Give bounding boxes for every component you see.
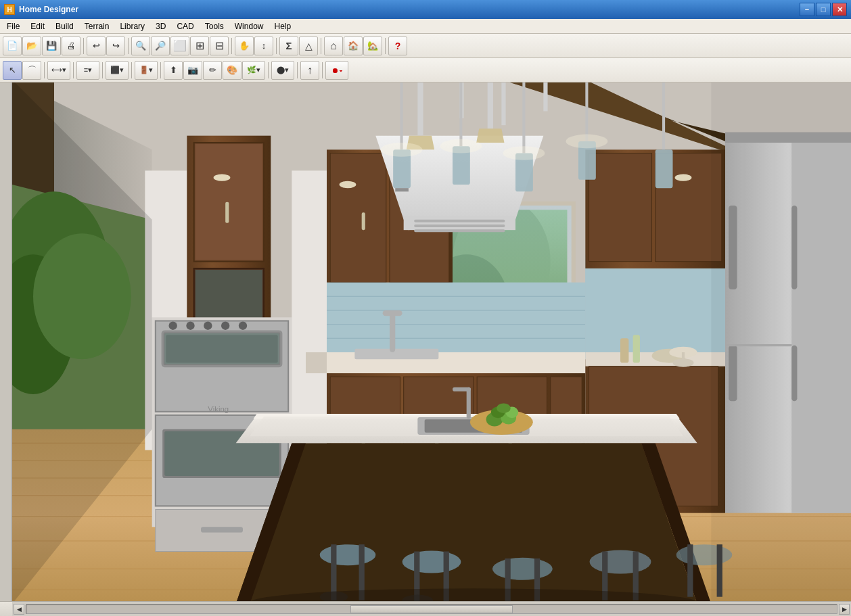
svg-marker-167 (711, 82, 851, 601)
svg-rect-92 (414, 229, 505, 232)
fit-items-button[interactable]: ⊟ (210, 37, 229, 55)
restore-button[interactable]: □ (816, 3, 831, 16)
svg-rect-151 (459, 82, 462, 146)
horizontal-scrollbar[interactable]: ◀ ▶ (12, 601, 851, 616)
layer-tool[interactable]: ≡▾ (76, 61, 99, 80)
undo-button[interactable]: ↩ (87, 37, 106, 55)
svg-point-159 (381, 143, 423, 157)
svg-rect-90 (414, 220, 505, 222)
scroll-left-arrow[interactable]: ◀ (14, 604, 24, 615)
svg-rect-123 (453, 387, 471, 392)
menu-library[interactable]: Library (114, 19, 150, 33)
menu-file[interactable]: File (1, 19, 25, 33)
close-button[interactable]: ✕ (832, 3, 847, 16)
tsep5 (160, 62, 161, 78)
svg-point-46 (239, 322, 247, 330)
zoom-out-button[interactable]: 🔎 (151, 37, 170, 55)
fit-page-button[interactable]: ⊞ (190, 37, 209, 55)
svg-text:Viking: Viking (208, 405, 229, 413)
svg-rect-82 (589, 153, 652, 262)
stair-tool[interactable]: ⬆ (164, 61, 183, 80)
menu-help[interactable]: Help (269, 19, 296, 33)
camera-tool[interactable]: 📷 (183, 61, 202, 80)
sep2 (128, 38, 129, 54)
svg-rect-93 (417, 82, 423, 136)
zoom-box-button[interactable]: ⬜ (170, 37, 189, 55)
svg-rect-79 (383, 310, 402, 316)
menu-build[interactable]: Build (50, 19, 79, 33)
zoom-in-button[interactable]: 🔍 (131, 37, 150, 55)
menu-3d[interactable]: 3D (150, 19, 171, 33)
svg-point-161 (503, 146, 545, 160)
new-button[interactable]: 📄 (3, 37, 22, 55)
svg-rect-109 (633, 335, 640, 362)
svg-rect-145 (687, 544, 693, 597)
canvas-area[interactable]: Viking (12, 82, 851, 601)
plant-tool[interactable]: 🌿▾ (242, 61, 265, 80)
room-tool[interactable]: ⬛▾ (106, 61, 129, 80)
tsep4 (131, 62, 132, 78)
menu-cad[interactable]: CAD (171, 19, 199, 33)
app-title: Home Designer (19, 5, 800, 14)
sep5 (321, 38, 321, 54)
tsep8 (322, 62, 323, 78)
menu-bar: File Edit Build Terrain Library 3D CAD T… (0, 19, 851, 34)
svg-point-113 (673, 358, 694, 366)
orbit-button[interactable]: ↕ (254, 37, 273, 55)
house2-button[interactable]: 🏡 (363, 37, 382, 55)
3d-view-button[interactable]: △ (299, 37, 318, 55)
arrow-up-button[interactable]: ↑ (300, 61, 319, 80)
help-button[interactable]: ? (388, 37, 407, 55)
svg-point-134 (402, 550, 461, 573)
minimize-button[interactable]: − (800, 3, 814, 16)
svg-rect-122 (467, 387, 471, 419)
svg-rect-56 (292, 170, 327, 450)
menu-terrain[interactable]: Terrain (79, 19, 115, 33)
door-tool[interactable]: 🚪▾ (135, 61, 158, 80)
svg-rect-108 (620, 338, 628, 362)
svg-rect-148 (400, 82, 403, 149)
arc-tool[interactable]: ⌒ (22, 61, 41, 80)
svg-point-42 (168, 322, 177, 330)
svg-point-138 (492, 558, 553, 580)
pencil-tool[interactable]: ✏ (203, 61, 222, 80)
print-button[interactable]: 🖨 (62, 37, 80, 55)
svg-rect-60 (362, 212, 365, 230)
svg-point-162 (566, 135, 607, 149)
toolbar1: 📄 📂 💾 🖨 ↩ ↪ 🔍 🔎 ⬜ ⊞ ⊟ ✋ ↕ Σ △ ⌂ 🏠 🏡 ? (0, 34, 851, 58)
tsep7 (297, 62, 298, 78)
menu-edit[interactable]: Edit (25, 19, 50, 33)
redo-button[interactable]: ↪ (106, 37, 125, 55)
save-button[interactable]: 💾 (42, 37, 61, 55)
kitchen-scene-svg: Viking (12, 82, 851, 601)
scroll-track[interactable] (26, 605, 837, 614)
svg-rect-48 (164, 333, 279, 364)
menu-tools[interactable]: Tools (200, 19, 229, 33)
svg-rect-33 (196, 144, 262, 260)
scroll-thumb[interactable] (350, 605, 513, 613)
home-button[interactable]: ⌂ (324, 37, 343, 55)
tsep1 (44, 62, 45, 78)
record-button[interactable]: ⏺▾ (325, 61, 348, 80)
svg-point-43 (186, 322, 194, 330)
svg-rect-87 (585, 268, 725, 352)
svg-marker-114 (236, 443, 697, 601)
svg-rect-157 (662, 82, 665, 149)
symbols-button[interactable]: Σ (279, 37, 298, 55)
scroll-right-arrow[interactable]: ▶ (839, 604, 850, 615)
house1-button[interactable]: 🏠 (344, 37, 363, 55)
svg-rect-91 (414, 224, 505, 227)
toolbar2: ↖ ⌒ ⟷▾ ≡▾ ⬛▾ 🚪▾ ⬆ 📷 ✏ 🎨 🌿▾ ⬤▾ ↑ ⏺▾ (0, 58, 851, 82)
menu-window[interactable]: Window (229, 19, 269, 33)
color-tool[interactable]: 🎨 (223, 61, 242, 80)
svg-point-130 (320, 544, 376, 565)
status-bar: ◀ ▶ (0, 601, 851, 616)
select-tool[interactable]: ↖ (3, 61, 22, 80)
open-button[interactable]: 📂 (22, 37, 41, 55)
measure-tool[interactable]: ⟷▾ (47, 61, 70, 80)
tsep2 (73, 62, 74, 78)
svg-rect-150 (395, 188, 409, 191)
pan-button[interactable]: ✋ (235, 37, 254, 55)
fill-tool[interactable]: ⬤▾ (271, 61, 294, 80)
svg-point-164 (340, 181, 356, 188)
